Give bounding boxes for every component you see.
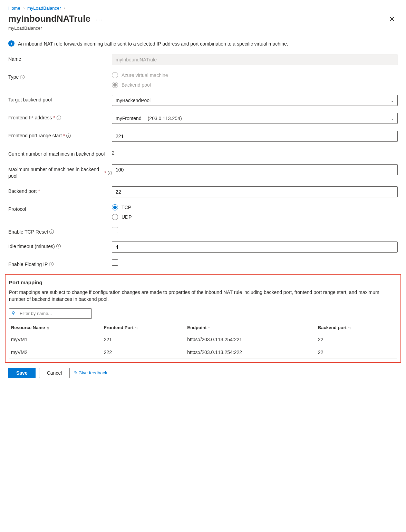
table-cell: https://203.0.113.254:222 <box>185 346 316 358</box>
type-vm-radio: Azure virtual machine <box>112 72 398 78</box>
more-icon[interactable]: ··· <box>96 16 103 23</box>
frontend-ip-dropdown[interactable]: myFrontend(203.0.113.254) ⌄ <box>112 113 398 124</box>
help-icon[interactable]: i <box>66 134 71 138</box>
table-cell: myVM2 <box>9 346 102 358</box>
table-cell: myVM1 <box>9 333 102 346</box>
chevron-right-icon: › <box>64 6 65 11</box>
table-cell: 22 <box>316 346 397 358</box>
tcp-reset-checkbox[interactable] <box>112 227 118 233</box>
port-mapping-desc: Port mappings are subject to change if c… <box>9 289 397 303</box>
chevron-down-icon: ⌄ <box>390 116 394 121</box>
breadcrumb-parent[interactable]: myLoadBalancer <box>27 6 61 11</box>
protocol-udp-radio[interactable]: UDP <box>112 214 398 220</box>
filter-input[interactable] <box>9 308 92 319</box>
max-machines-field[interactable] <box>112 164 398 175</box>
port-mapping-table: Resource Name↑↓ Frontend Port↑↓ Endpoint… <box>9 322 397 359</box>
col-resource-name[interactable]: Resource Name↑↓ <box>9 322 102 333</box>
col-backend-port[interactable]: Backend port↑↓ <box>316 322 397 333</box>
chevron-down-icon: ⌄ <box>390 98 394 103</box>
table-cell: 221 <box>102 333 185 346</box>
page-title: myInboundNATrule <box>8 13 90 24</box>
backend-port-field[interactable] <box>112 186 398 197</box>
table-cell: https://203.0.113.254:221 <box>185 333 316 346</box>
table-row: myVM1221https://203.0.113.254:22122 <box>9 333 397 346</box>
name-label: Name <box>8 54 112 62</box>
tcp-reset-label: Enable TCP Reset i <box>8 227 112 235</box>
cancel-button[interactable]: Cancel <box>39 368 70 378</box>
frontend-ip-label: Frontend IP address * i <box>8 113 112 120</box>
help-icon[interactable]: i <box>57 116 61 120</box>
table-row: myVM2222https://203.0.113.254:22222 <box>9 346 397 358</box>
radio-icon <box>112 204 118 210</box>
floating-ip-label: Enable Floating IP i <box>8 259 112 267</box>
name-field <box>112 54 398 65</box>
radio-icon <box>112 214 118 220</box>
help-icon[interactable]: i <box>20 75 25 79</box>
port-mapping-title: Port mapping <box>9 279 397 285</box>
chevron-right-icon: › <box>23 6 25 11</box>
col-endpoint[interactable]: Endpoint↑↓ <box>185 322 316 333</box>
radio-icon <box>112 82 118 88</box>
target-pool-label: Target backend pool <box>8 95 112 102</box>
table-cell: 222 <box>102 346 185 358</box>
protocol-tcp-radio[interactable]: TCP <box>112 204 398 210</box>
help-icon[interactable]: i <box>56 244 61 248</box>
backend-port-label: Backend port * <box>8 186 112 194</box>
idle-timeout-label: Idle timeout (minutes) i <box>8 242 112 249</box>
info-icon: i <box>8 40 14 47</box>
give-feedback-link[interactable]: ✎Give feedback <box>74 370 107 375</box>
info-banner-text: An inbound NAT rule forwards incoming tr… <box>18 40 288 47</box>
search-icon: ⚲ <box>12 311 15 316</box>
current-machines-label: Current number of machines in backend po… <box>8 149 112 157</box>
save-button[interactable]: Save <box>8 368 36 378</box>
help-icon[interactable]: i <box>108 171 112 175</box>
help-icon[interactable]: i <box>49 229 54 234</box>
radio-icon <box>112 72 118 78</box>
breadcrumb-home[interactable]: Home <box>8 6 20 11</box>
table-cell: 22 <box>316 333 397 346</box>
page-subtitle: myLoadBalancer <box>8 26 103 31</box>
sort-icon: ↑↓ <box>46 326 49 330</box>
help-icon[interactable]: i <box>49 262 54 266</box>
port-mapping-section: Port mapping Port mappings are subject t… <box>5 274 401 363</box>
col-frontend-port[interactable]: Frontend Port↑↓ <box>102 322 185 333</box>
type-label: Type i <box>8 72 112 80</box>
current-machines-value: 2 <box>112 149 398 156</box>
sort-icon: ↑↓ <box>208 326 211 330</box>
protocol-label: Protocol <box>8 204 112 212</box>
close-icon[interactable]: ✕ <box>386 13 398 24</box>
sort-icon: ↑↓ <box>135 326 137 330</box>
target-pool-dropdown[interactable]: myBackendPool ⌄ <box>112 95 398 106</box>
sort-icon: ↑↓ <box>348 326 350 330</box>
floating-ip-checkbox[interactable] <box>112 259 118 266</box>
port-start-field[interactable] <box>112 131 398 142</box>
max-machines-label: Maximum number of machines in backend po… <box>8 164 112 179</box>
feedback-icon: ✎ <box>74 370 78 375</box>
port-start-label: Frontend port range start * i <box>8 131 112 138</box>
breadcrumb: Home › myLoadBalancer › <box>8 6 398 11</box>
idle-timeout-field[interactable] <box>112 242 398 253</box>
type-pool-radio: Backend pool <box>112 82 398 88</box>
